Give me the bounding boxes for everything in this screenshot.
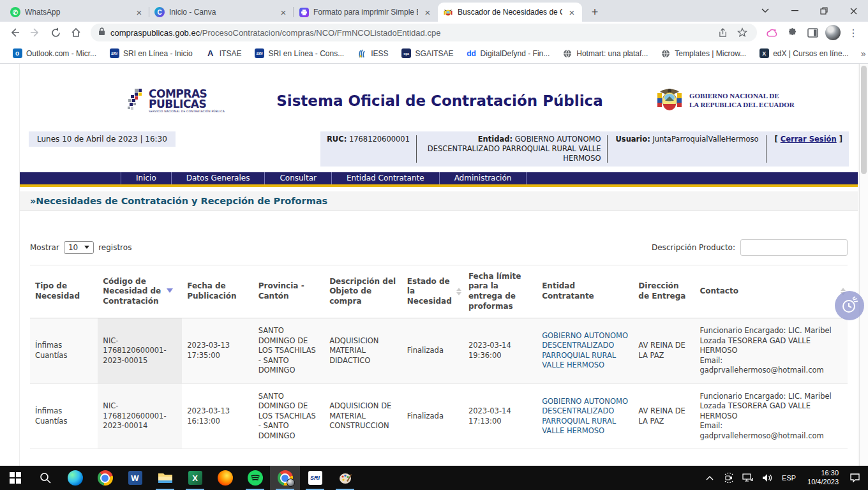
tray-chevron-up-icon[interactable] bbox=[703, 471, 717, 485]
network-icon[interactable] bbox=[741, 471, 755, 485]
globe-icon bbox=[661, 48, 671, 59]
descripcion-producto-input[interactable] bbox=[740, 239, 848, 256]
window-minimize-button[interactable] bbox=[780, 0, 809, 22]
tab-whatsapp[interactable]: ✆ WhatsApp × bbox=[5, 3, 149, 22]
forward-icon[interactable] bbox=[26, 23, 45, 42]
header-tipo-necesidad[interactable]: Tipo de Necesidad bbox=[30, 265, 98, 318]
new-tab-button[interactable]: + bbox=[586, 3, 604, 21]
window-controls bbox=[751, 0, 868, 22]
bookmark-templates[interactable]: Templates | Microw... bbox=[655, 47, 752, 61]
language-indicator[interactable]: ESP bbox=[779, 474, 798, 482]
taskbar-chrome-icon[interactable] bbox=[90, 466, 120, 490]
tab-close-icon[interactable]: × bbox=[278, 7, 288, 18]
tab-buscador-necesidades[interactable]: Buscador de Necesidades de Con × bbox=[438, 3, 582, 22]
producto-filter: Descripción Producto: bbox=[652, 239, 848, 256]
side-panel-icon[interactable] bbox=[803, 23, 822, 42]
cell-estado: Finalizada bbox=[402, 318, 463, 384]
menu-kebab-icon[interactable]: ⋮ bbox=[844, 23, 863, 42]
bookmark-iess[interactable]: IESS bbox=[351, 47, 394, 61]
header-fecha-limite[interactable]: Fecha límite para la entrega de proforma… bbox=[463, 265, 537, 318]
page-size-control: Mostrar 10 registros bbox=[30, 241, 131, 254]
table-row: Ínfimas Cuantías NIC-1768120600001-2023-… bbox=[30, 318, 848, 384]
taskbar-word-icon[interactable]: W bbox=[120, 466, 150, 490]
header-direccion-entrega[interactable]: Dirección de Entrega bbox=[633, 265, 694, 318]
logo-tagline: SERVICIO NACIONAL DE CONTRATACIÓN PÚBLIC… bbox=[149, 110, 225, 113]
header-provincia[interactable]: Provincia - Cantón bbox=[253, 265, 324, 318]
menu-entidad-contratante[interactable]: Entidad Contratante bbox=[332, 172, 440, 184]
bookmark-sri-consultas[interactable]: SRISRI en Línea - Cons... bbox=[248, 47, 350, 61]
taskbar-chrome-profile-icon[interactable] bbox=[270, 466, 300, 490]
bookmark-edx[interactable]: XedX | Cursos en líne... bbox=[753, 47, 855, 61]
window-close-button[interactable] bbox=[839, 0, 868, 22]
taskbar-sri-icon[interactable]: SRI bbox=[300, 466, 330, 490]
home-icon[interactable] bbox=[66, 23, 86, 42]
taskbar-file-explorer-icon[interactable] bbox=[150, 466, 180, 490]
menu-datos-generales[interactable]: Datos Generales bbox=[172, 172, 266, 184]
webpage: COMPRAS PUBLICAS SERVICIO NACIONAL DE CO… bbox=[0, 64, 868, 466]
header-estado[interactable]: Estado de la Necesidad bbox=[402, 265, 463, 318]
clock[interactable]: 16:30 10/4/2023 bbox=[804, 469, 842, 487]
taskbar-firefox-icon[interactable] bbox=[210, 466, 240, 490]
bookmark-hotmart[interactable]: Hotmart: una plataf... bbox=[557, 47, 654, 61]
page-size-select[interactable]: 10 bbox=[64, 241, 94, 254]
extensions-puzzle-icon[interactable] bbox=[782, 23, 802, 42]
tab-formato-imprimir[interactable]: Formato para imprimir Simple Eti × bbox=[294, 3, 438, 22]
cell-fecha-publicacion: 2023-03-13 17:35:00 bbox=[182, 318, 253, 384]
meet-now-icon[interactable] bbox=[722, 471, 736, 485]
tab-close-icon[interactable]: × bbox=[567, 7, 577, 18]
logo-line2: PUBLICAS bbox=[149, 99, 225, 109]
tray-time: 16:30 bbox=[821, 469, 839, 477]
compras-publicas-blocks-icon bbox=[127, 87, 146, 114]
scrollbar-thumb[interactable] bbox=[861, 66, 867, 174]
bookmark-itsae[interactable]: AITSAE bbox=[200, 47, 248, 61]
usuario-field: Usuario: JuntaParroquialValleHermoso bbox=[608, 135, 766, 144]
taskbar-excel-icon[interactable]: X bbox=[180, 466, 210, 490]
share-icon[interactable] bbox=[716, 26, 730, 40]
header-contacto[interactable]: Contacto bbox=[694, 265, 848, 318]
dd-icon: dd bbox=[467, 48, 477, 59]
taskbar-paint-icon[interactable] bbox=[330, 466, 360, 490]
taskbar-spotify-icon[interactable] bbox=[240, 466, 270, 490]
tab-close-icon[interactable]: × bbox=[423, 7, 433, 18]
reload-icon[interactable] bbox=[46, 23, 65, 42]
table-row: Ínfimas Cuantías NIC-1768120600001-2023-… bbox=[30, 383, 848, 449]
gov-line2: LA REPUBLICA DEL ECUADOR bbox=[689, 101, 795, 110]
taskbar-search-button[interactable] bbox=[30, 466, 60, 490]
tab-close-icon[interactable]: × bbox=[134, 7, 144, 18]
address-bar[interactable]: compraspublicas.gob.ec/ProcesoContrataci… bbox=[91, 24, 757, 41]
itsae-icon: A bbox=[206, 48, 216, 59]
bookmarks-overflow-icon[interactable]: » bbox=[856, 48, 868, 59]
tab-canva[interactable]: C Inicio - Canva × bbox=[149, 3, 294, 22]
entidad-link[interactable]: GOBIERNO AUTONOMO DESCENTRALIZADO PARROQ… bbox=[542, 331, 628, 370]
menu-consultar[interactable]: Consultar bbox=[265, 172, 332, 184]
section-title: »Necesidades de Contratación y Recepción… bbox=[30, 196, 327, 206]
window-restore-button[interactable] bbox=[809, 0, 839, 22]
cell-provincia: SANTO DOMINGO DE LOS TSACHILAS - SANTO D… bbox=[253, 383, 324, 449]
timer-widget-button[interactable] bbox=[835, 291, 864, 320]
page-scrollbar[interactable] bbox=[859, 64, 868, 466]
profile-avatar[interactable] bbox=[823, 23, 842, 42]
sri-icon: SRI bbox=[109, 48, 119, 59]
taskbar-edge-icon[interactable] bbox=[60, 466, 90, 490]
sort-both-icon bbox=[456, 288, 461, 295]
back-icon[interactable] bbox=[5, 23, 24, 42]
entidad-link[interactable]: GOBIERNO AUTONOMO DESCENTRALIZADO PARROQ… bbox=[542, 397, 628, 436]
header-descripcion[interactable]: Descripción del Objeto de compra bbox=[324, 265, 402, 318]
bookmark-sri-inicio[interactable]: SRISRI en Línea - Inicio bbox=[103, 47, 198, 61]
header-entidad-contratante[interactable]: Entidad Contratante bbox=[537, 265, 633, 318]
bookmark-star-icon[interactable] bbox=[735, 26, 749, 40]
menu-administracion[interactable]: Administración bbox=[440, 172, 527, 184]
gov-line1: GOBIERNO NACIONAL DE bbox=[689, 92, 795, 101]
bookmark-sgaitsae[interactable]: sgaSGAITSAE bbox=[396, 47, 460, 61]
weather-extension-icon[interactable] bbox=[762, 23, 781, 42]
header-fecha-publicacion[interactable]: Fecha de Publicación bbox=[182, 265, 253, 318]
cerrar-sesion-link[interactable]: Cerrar Sesión bbox=[781, 135, 837, 144]
start-button[interactable] bbox=[0, 466, 30, 490]
tab-search-chevron-icon[interactable] bbox=[751, 0, 780, 22]
bookmark-outlook[interactable]: oOutlook.com - Micr... bbox=[6, 47, 102, 61]
bookmark-digitaldefynd[interactable]: ddDigitalDefynd - Fin... bbox=[461, 47, 556, 61]
action-center-icon[interactable] bbox=[848, 471, 862, 485]
volume-icon[interactable] bbox=[760, 471, 774, 485]
menu-inicio[interactable]: Inicio bbox=[121, 172, 172, 184]
header-codigo[interactable]: Código de Necesidad de Contratación bbox=[98, 265, 182, 318]
